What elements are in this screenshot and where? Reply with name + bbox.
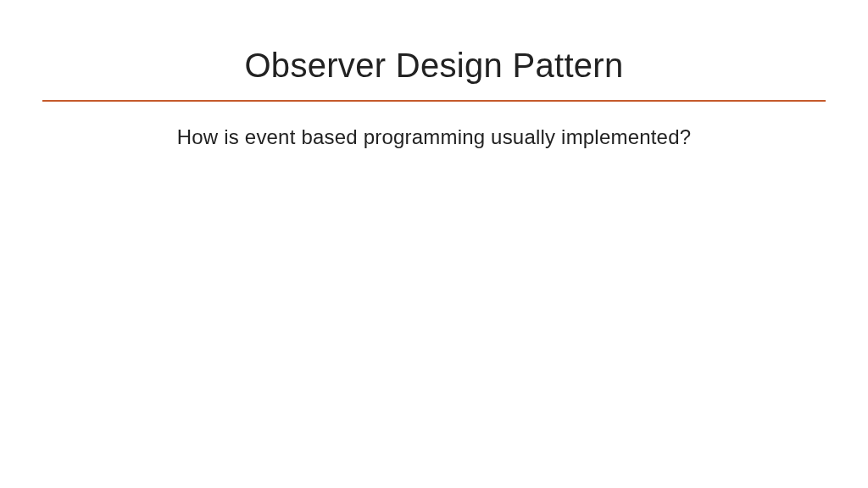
slide-container: Observer Design Pattern How is event bas… xyxy=(0,0,868,488)
slide-title: Observer Design Pattern xyxy=(0,47,868,85)
title-divider xyxy=(42,100,826,102)
slide-subtitle: How is event based programming usually i… xyxy=(0,125,868,149)
